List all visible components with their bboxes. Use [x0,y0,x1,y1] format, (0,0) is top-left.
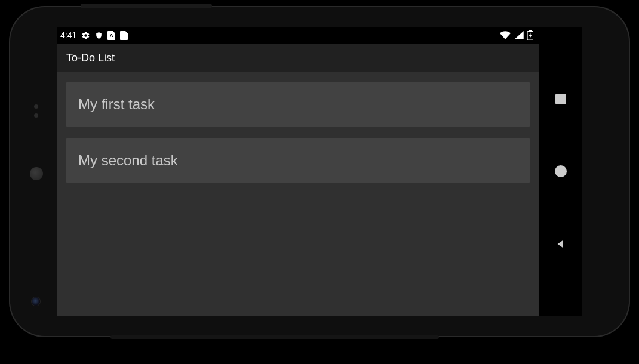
sd-card-icon [120,31,128,40]
status-bar-right [500,30,533,40]
wifi-icon [500,31,511,39]
status-bar-left: 4:41 A [60,30,128,40]
home-button[interactable] [554,165,567,178]
cell-signal-icon [514,31,524,39]
sim-card-letter: A [110,33,113,38]
list-item[interactable]: My first task [66,82,530,127]
status-bar: 4:41 A [57,27,539,44]
light-sensor [34,113,38,118]
app-region: 4:41 A [57,27,539,316]
list-item[interactable]: My second task [66,138,530,183]
triangle-back-icon [555,239,566,249]
device-screen: 4:41 A [57,27,582,316]
shield-icon [95,31,103,40]
device-bottom-ridge [110,335,439,339]
square-icon [555,94,566,104]
back-button[interactable] [554,237,567,251]
svg-rect-1 [529,30,532,32]
app-action-bar: To-Do List [57,44,539,72]
task-label: My first task [78,96,155,112]
app-title: To-Do List [66,52,115,64]
device-top-ridge [81,4,212,8]
recent-apps-button[interactable] [554,92,567,106]
sim-card-icon: A [107,31,115,40]
earpiece-speaker [30,167,43,180]
gear-icon [81,31,90,40]
circle-icon [555,165,567,177]
front-camera [32,297,40,306]
device-frame: 4:41 A [9,6,630,337]
battery-charging-icon [527,30,533,40]
proximity-sensor [34,104,38,109]
status-clock: 4:41 [60,30,76,40]
task-list[interactable]: My first task My second task [57,72,539,316]
system-nav-bar [539,27,582,316]
task-label: My second task [78,152,178,168]
